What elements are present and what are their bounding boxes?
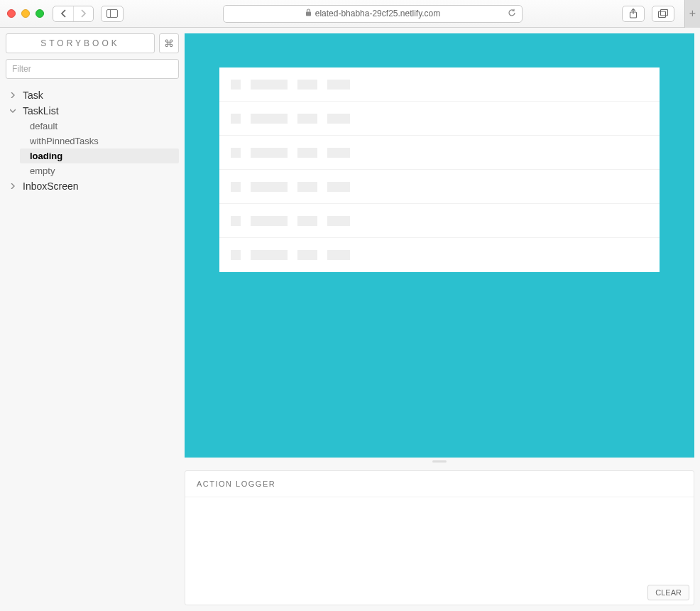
loading-row	[219, 170, 660, 204]
window-close-button[interactable]	[7, 9, 16, 18]
chevron-right-icon	[10, 183, 20, 189]
skeleton-bar	[327, 250, 350, 260]
skeleton-bar	[297, 80, 317, 90]
tree-item-label: InboxScreen	[23, 180, 79, 192]
lock-icon	[305, 9, 312, 18]
story-empty[interactable]: empty	[20, 163, 179, 178]
plus-icon: +	[689, 7, 696, 20]
sidebar-toggle-button[interactable]	[101, 6, 124, 22]
skeleton-bar	[327, 148, 350, 158]
right-chrome-buttons: +	[622, 0, 693, 28]
tree-item-tasklist[interactable]: TaskList	[6, 103, 179, 119]
story-loading[interactable]: loading	[20, 148, 179, 163]
svg-rect-5	[659, 11, 666, 18]
skeleton-bar	[251, 250, 288, 260]
forward-button[interactable]	[73, 6, 93, 21]
url-text: elated-bhabha-29cf25.netlify.com	[315, 9, 441, 18]
loading-row	[219, 67, 660, 102]
svg-rect-6	[661, 10, 668, 16]
new-tab-button[interactable]: +	[684, 0, 700, 28]
preview-canvas	[185, 33, 694, 458]
tabs-button[interactable]	[652, 6, 674, 22]
skeleton-checkbox	[231, 80, 241, 90]
chevron-down-icon	[10, 108, 20, 114]
skeleton-bar	[251, 148, 288, 158]
loading-row	[219, 238, 660, 272]
tree-item-label: TaskList	[23, 105, 59, 117]
loading-row	[219, 204, 660, 238]
url-bar[interactable]: elated-bhabha-29cf25.netlify.com	[223, 5, 523, 23]
skeleton-bar	[297, 148, 317, 158]
chevron-left-icon	[60, 9, 67, 18]
reload-icon	[508, 9, 516, 17]
story-default[interactable]: default	[20, 119, 179, 134]
loading-row	[219, 102, 660, 136]
skeleton-bar	[297, 114, 317, 124]
skeleton-bar	[297, 216, 317, 226]
svg-rect-0	[107, 10, 118, 18]
tree-item-label: Task	[23, 90, 43, 101]
panel-resize-handle[interactable]	[185, 460, 694, 463]
reload-button[interactable]	[508, 9, 516, 19]
sidebar: STORYBOOK ⌘ Task TaskList default w	[0, 28, 185, 611]
skeleton-checkbox	[231, 148, 241, 158]
share-icon	[629, 9, 638, 18]
story-withpinnedtasks[interactable]: withPinnedTasks	[20, 134, 179, 148]
skeleton-bar	[251, 114, 288, 124]
chevron-right-icon	[10, 92, 20, 98]
window-zoom-button[interactable]	[35, 9, 44, 18]
sidebar-header: STORYBOOK ⌘	[6, 33, 179, 53]
skeleton-bar	[327, 80, 350, 90]
tree-item-inboxscreen[interactable]: InboxScreen	[6, 178, 179, 194]
loading-row	[219, 136, 660, 170]
skeleton-bar	[297, 182, 317, 192]
action-logger-panel: ACTION LOGGER CLEAR	[185, 470, 694, 605]
storybook-title[interactable]: STORYBOOK	[6, 33, 155, 53]
command-icon: ⌘	[164, 38, 174, 49]
back-button[interactable]	[53, 6, 73, 21]
tabs-icon	[658, 9, 668, 18]
skeleton-checkbox	[231, 216, 241, 226]
clear-button[interactable]: CLEAR	[647, 585, 689, 600]
sidebar-icon	[106, 9, 118, 18]
main: ACTION LOGGER CLEAR	[185, 28, 700, 611]
skeleton-bar	[251, 182, 288, 192]
nav-buttons	[53, 6, 94, 22]
share-button[interactable]	[622, 6, 645, 22]
tree-children-tasklist: default withPinnedTasks loading empty	[20, 119, 179, 178]
window-controls	[7, 9, 44, 18]
chevron-right-icon	[80, 9, 87, 18]
browser-chrome: elated-bhabha-29cf25.netlify.com +	[0, 0, 700, 28]
skeleton-bar	[327, 216, 350, 226]
action-logger-title: ACTION LOGGER	[185, 471, 694, 497]
skeleton-checkbox	[231, 182, 241, 192]
window-minimize-button[interactable]	[21, 9, 30, 18]
action-logger-body	[185, 497, 694, 605]
skeleton-checkbox	[231, 250, 241, 260]
skeleton-checkbox	[231, 114, 241, 124]
loading-list	[219, 67, 660, 272]
grip-icon	[432, 460, 447, 463]
shortcuts-button[interactable]: ⌘	[159, 33, 179, 53]
filter-input[interactable]	[6, 59, 179, 79]
skeleton-bar	[327, 182, 350, 192]
skeleton-bar	[251, 216, 288, 226]
tree-item-task[interactable]: Task	[6, 87, 179, 103]
skeleton-bar	[297, 250, 317, 260]
skeleton-bar	[327, 114, 350, 124]
skeleton-bar	[251, 80, 288, 90]
story-tree: Task TaskList default withPinnedTasks lo…	[6, 87, 179, 194]
svg-rect-2	[306, 12, 311, 16]
app-body: STORYBOOK ⌘ Task TaskList default w	[0, 28, 700, 611]
